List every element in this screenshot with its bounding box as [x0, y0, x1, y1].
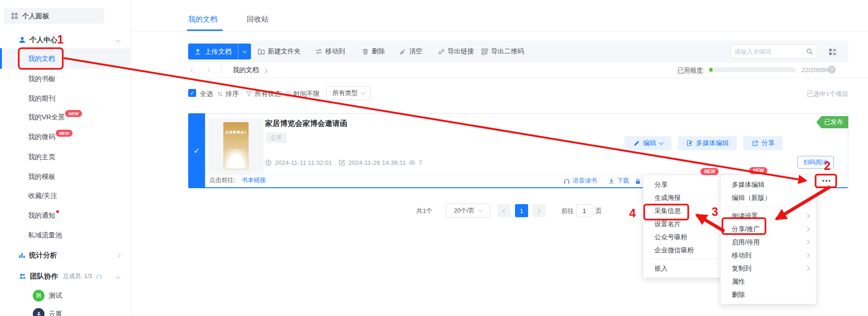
export-link-button[interactable]: 导出链接 — [438, 47, 474, 56]
page-size-select[interactable]: 20个/页 — [446, 204, 490, 218]
sidebar-item-private-traffic[interactable]: 私域流量池 — [0, 228, 131, 242]
search-icon[interactable] — [806, 48, 813, 55]
publish-time-icon — [265, 159, 272, 166]
lock-button[interactable] — [634, 178, 641, 185]
book-link[interactable]: 书本链接 — [242, 176, 266, 184]
tab-recycle-bin[interactable]: 回收站 — [247, 15, 269, 24]
download-button[interactable]: 下载 — [608, 176, 629, 185]
time-filter[interactable]: 时间不限 — [285, 90, 320, 98]
menu-item-share-promote[interactable]: 分享/推广 — [721, 222, 816, 235]
menu-item-properties[interactable]: 属性 — [721, 275, 816, 288]
tab-my-documents[interactable]: 我的文档 — [188, 15, 217, 24]
menu-item-copy-to[interactable]: 复制到 — [721, 262, 816, 275]
status-badge: 已发布 — [817, 116, 849, 128]
menu-label: 嵌入 — [655, 265, 668, 272]
document-cover: 云展家博会1 — [223, 122, 249, 170]
breadcrumb[interactable]: 我的文档 — [233, 66, 259, 74]
folder-plus-icon — [257, 48, 265, 55]
sidebar-item-my-vr[interactable]: 我的VR全景 NEW — [0, 110, 131, 124]
delete-button[interactable]: 删除 — [362, 47, 385, 56]
select-all-checkbox[interactable]: ✓ — [188, 89, 196, 97]
sort-button[interactable]: 排序 — [217, 90, 239, 98]
label: 全选 — [200, 90, 213, 98]
document-thumbnail[interactable]: 云展家博会1 — [208, 118, 264, 174]
breadcrumb-forward-button[interactable] — [206, 68, 210, 73]
help-icon[interactable]: ? — [828, 66, 836, 73]
sidebar-item-my-microcode[interactable]: 我的微码 NEW — [0, 130, 131, 144]
sidebar-item-notifications[interactable]: 我的通知 — [0, 208, 131, 222]
sidebar-group-statistics[interactable]: 统计分析 — [0, 248, 131, 262]
status-filter[interactable]: 所有状态 — [246, 90, 281, 98]
prev-page-button[interactable] — [498, 204, 511, 217]
member-name: 云展 — [49, 309, 62, 316]
breadcrumb-back-button[interactable] — [191, 68, 195, 73]
sidebar-item-my-documents[interactable]: 我的文档 — [0, 48, 131, 69]
bar-chart-icon — [18, 251, 26, 259]
chevron-down-icon — [478, 208, 483, 213]
type-filter-select[interactable]: 所有类型 — [326, 86, 371, 100]
menu-item-move-to[interactable]: 移动到 — [721, 249, 816, 262]
upload-document-split-button[interactable]: 上传文档 — [188, 44, 251, 59]
share-button[interactable]: 分享 — [743, 136, 783, 150]
clear-button[interactable]: 清空 — [399, 47, 422, 56]
label: 排序 — [226, 90, 239, 98]
menu-item-media-edit[interactable]: 多媒体编辑 — [721, 178, 816, 191]
menu-label: 企业微信吸粉 — [655, 246, 694, 254]
row-divider — [132, 78, 868, 78]
goto-page-input[interactable] — [576, 204, 592, 217]
export-qr-button[interactable]: 导出二维码 — [481, 47, 524, 56]
menu-label: 采集信息 — [655, 207, 681, 214]
edit-time-icon — [338, 159, 346, 166]
scan-to-read-button[interactable]: 扫码阅读 — [797, 156, 834, 169]
sidebar-item-my-homepage[interactable]: 我的主页 — [0, 150, 131, 164]
search-box — [730, 44, 817, 59]
sidebar-item-my-journals[interactable]: 我的期刊 — [0, 91, 131, 105]
select-all-label[interactable]: 全选 — [200, 90, 213, 98]
team-member-test[interactable]: 测 测试 — [0, 288, 131, 302]
menu-item-enable-disable[interactable]: 启用/停用 — [721, 235, 816, 249]
sidebar-group-label: 团队协作 — [30, 272, 58, 281]
document-title[interactable]: 家居博览会家博会邀请函 — [265, 119, 347, 129]
view-toggle-icon[interactable] — [829, 48, 837, 56]
menu-label: 分享 — [655, 181, 668, 188]
card-selected-checkmark[interactable]: ✓ — [188, 113, 205, 188]
search-input[interactable] — [735, 48, 806, 55]
team-members-count: 总成员: 1/3 — [63, 272, 92, 280]
chevron-down-icon — [243, 49, 247, 53]
next-page-button[interactable] — [532, 204, 545, 217]
chevron-right-icon — [116, 253, 121, 257]
sort-icon — [217, 91, 223, 97]
sidebar-group-personal-center[interactable]: 个人中心 — [0, 33, 131, 47]
member-name: 测试 — [49, 291, 62, 300]
menu-item-edit-new[interactable]: 编辑（新版） — [721, 191, 816, 204]
sidebar-item-label: 我的期刊 — [28, 94, 55, 103]
team-member-yunzhan[interactable]: 云展 — [0, 307, 131, 316]
voice-read-button[interactable]: 语音读书 — [563, 176, 597, 185]
upload-dropdown-button[interactable] — [238, 51, 251, 52]
upload-document-button[interactable]: 上传文档 — [188, 47, 238, 56]
edit-button[interactable]: 编辑 — [625, 136, 671, 150]
menu-label: 分享/推广 — [732, 225, 760, 233]
media-edit-button[interactable]: 多媒体编辑 — [678, 136, 737, 150]
label: 时间不限 — [294, 90, 320, 98]
new-folder-button[interactable]: 新建文件夹 — [257, 47, 301, 56]
eye-icon — [409, 159, 416, 166]
headset-icon[interactable] — [96, 273, 103, 280]
sidebar-item-my-bookshelf[interactable]: 我的书橱 — [0, 72, 131, 86]
sidebar-item-favorites[interactable]: 收藏/关注 — [0, 189, 131, 203]
sidebar-item-label: 收藏/关注 — [28, 191, 57, 200]
new-badge: NEW — [700, 168, 719, 175]
sidebar-item-dashboard[interactable]: 个人面板 — [4, 8, 104, 24]
move-to-button[interactable]: 移动到 — [315, 47, 345, 56]
page-size-value: 20个/页 — [454, 206, 474, 215]
sidebar-group-team[interactable]: 团队协作 总成员: 1/3 — [0, 269, 131, 283]
menu-item-reading-settings[interactable]: 阅读设置 — [721, 209, 816, 222]
current-page-button[interactable]: 1 — [515, 204, 528, 217]
chevron-left-icon — [503, 208, 508, 213]
menu-item-delete[interactable]: 删除 — [721, 288, 816, 301]
sidebar-item-my-templates[interactable]: 我的模板 — [0, 169, 131, 184]
more-actions-button[interactable]: ••• — [817, 176, 837, 185]
sidebar-item-label: 我的文档 — [28, 54, 55, 63]
chevron-right-icon — [263, 69, 268, 73]
sidebar-item-label: 我的通知 — [28, 211, 55, 220]
